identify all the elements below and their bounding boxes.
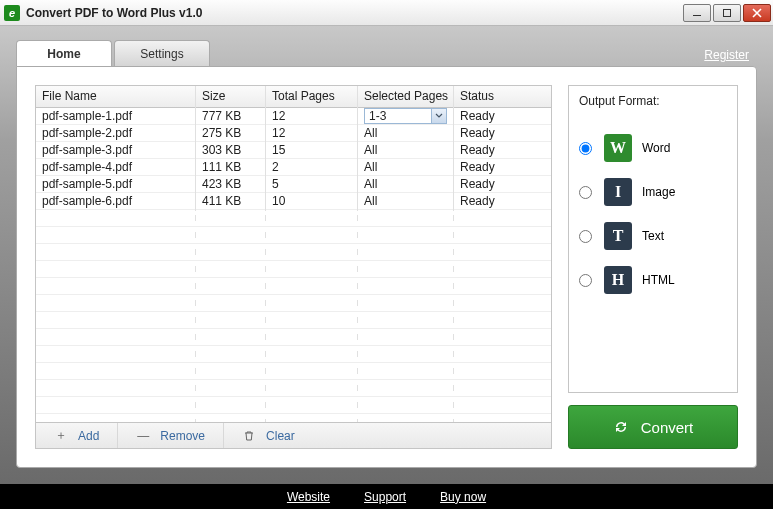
main-panel: File Name Size Total Pages Selected Page… xyxy=(16,66,757,468)
tab-settings[interactable]: Settings xyxy=(114,40,210,66)
trash-icon xyxy=(242,430,256,442)
format-option-image[interactable]: I Image xyxy=(579,178,727,206)
table-row xyxy=(36,329,551,346)
footer-link-support[interactable]: Support xyxy=(364,490,406,504)
window-title: Convert PDF to Word Plus v1.0 xyxy=(26,6,202,20)
col-header-selectedpages[interactable]: Selected Pages xyxy=(358,86,454,107)
output-format-panel: Output Format: W Word I Image T Text xyxy=(568,85,738,393)
table-row xyxy=(36,397,551,414)
cell-selected[interactable]: All xyxy=(358,191,454,211)
table-row xyxy=(36,278,551,295)
html-icon: H xyxy=(604,266,632,294)
table-row xyxy=(36,414,551,423)
register-link[interactable]: Register xyxy=(704,48,749,62)
table-toolbar: ＋ Add — Remove Clear xyxy=(35,423,552,449)
table-row xyxy=(36,261,551,278)
add-button-label: Add xyxy=(78,429,99,443)
cell-pages: 10 xyxy=(266,191,358,211)
table-row xyxy=(36,346,551,363)
maximize-button[interactable] xyxy=(713,4,741,22)
clear-button[interactable]: Clear xyxy=(224,423,313,448)
add-button[interactable]: ＋ Add xyxy=(36,423,118,448)
format-label-text: Text xyxy=(642,229,664,243)
footer: Website Support Buy now xyxy=(0,484,773,509)
table-row xyxy=(36,227,551,244)
format-radio-word[interactable] xyxy=(579,142,592,155)
table-row xyxy=(36,380,551,397)
text-icon: T xyxy=(604,222,632,250)
table-row[interactable]: pdf-sample-6.pdf411 KB10AllReady xyxy=(36,193,551,210)
cell-status: Ready xyxy=(454,191,551,211)
footer-link-buynow[interactable]: Buy now xyxy=(440,490,486,504)
format-radio-html[interactable] xyxy=(579,274,592,287)
word-icon: W xyxy=(604,134,632,162)
format-option-word[interactable]: W Word xyxy=(579,134,727,162)
remove-button[interactable]: — Remove xyxy=(118,423,224,448)
format-option-html[interactable]: H HTML xyxy=(579,266,727,294)
refresh-icon xyxy=(613,419,629,435)
convert-button[interactable]: Convert xyxy=(568,405,738,449)
footer-link-website[interactable]: Website xyxy=(287,490,330,504)
titlebar: e Convert PDF to Word Plus v1.0 xyxy=(0,0,773,26)
cell-filename: pdf-sample-6.pdf xyxy=(36,191,196,211)
table-row xyxy=(36,363,551,380)
col-header-size[interactable]: Size xyxy=(196,86,266,107)
close-button[interactable] xyxy=(743,4,771,22)
col-header-totalpages[interactable]: Total Pages xyxy=(266,86,358,107)
format-label-word: Word xyxy=(642,141,670,155)
format-label-html: HTML xyxy=(642,273,675,287)
table-row xyxy=(36,210,551,227)
chevron-down-icon[interactable] xyxy=(431,109,446,123)
plus-icon: ＋ xyxy=(54,427,68,444)
table-row xyxy=(36,312,551,329)
cell-size: 411 KB xyxy=(196,191,266,211)
minimize-button[interactable] xyxy=(683,4,711,22)
image-icon: I xyxy=(604,178,632,206)
output-format-title: Output Format: xyxy=(579,94,727,108)
tab-home[interactable]: Home xyxy=(16,40,112,66)
format-radio-image[interactable] xyxy=(579,186,592,199)
table-row xyxy=(36,295,551,312)
format-label-image: Image xyxy=(642,185,675,199)
table-row xyxy=(36,244,551,261)
format-radio-text[interactable] xyxy=(579,230,592,243)
remove-button-label: Remove xyxy=(160,429,205,443)
selected-pages-input[interactable]: 1-3 xyxy=(364,108,447,124)
file-table: File Name Size Total Pages Selected Page… xyxy=(35,85,552,423)
col-header-filename[interactable]: File Name xyxy=(36,86,196,107)
minus-icon: — xyxy=(136,429,150,443)
convert-button-label: Convert xyxy=(641,419,694,436)
clear-button-label: Clear xyxy=(266,429,295,443)
col-header-status[interactable]: Status xyxy=(454,86,551,107)
app-icon: e xyxy=(4,5,20,21)
format-option-text[interactable]: T Text xyxy=(579,222,727,250)
